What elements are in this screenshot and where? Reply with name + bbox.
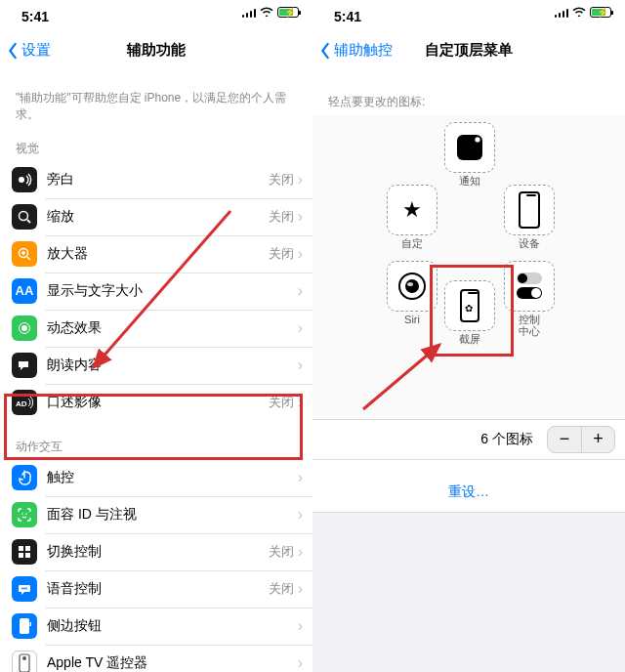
svg-rect-11 xyxy=(25,553,30,558)
row-side-button[interactable]: 侧边按钮 › xyxy=(0,608,312,645)
chevron-right-icon: › xyxy=(298,282,303,300)
back-button[interactable]: 辅助触控 xyxy=(312,41,393,60)
grid-label: Siri xyxy=(387,314,438,325)
svg-point-3 xyxy=(21,325,27,331)
grid-item-siri[interactable]: Siri xyxy=(387,261,438,325)
chevron-right-icon: › xyxy=(298,357,303,374)
svg-rect-15 xyxy=(20,618,29,634)
stepper-plus[interactable]: + xyxy=(581,427,614,452)
icon-count-label: 6 个图标 xyxy=(480,431,533,448)
wifi-icon xyxy=(572,6,586,19)
row-value: 关闭 xyxy=(269,580,294,598)
status-time: 5:41 xyxy=(21,9,49,24)
signal-icon xyxy=(242,8,257,18)
svg-rect-10 xyxy=(19,553,23,558)
status-icons: ⚡ xyxy=(555,6,612,19)
row-label: 面容 ID 与注视 xyxy=(47,506,298,524)
svg-rect-16 xyxy=(30,622,32,626)
chevron-right-icon: › xyxy=(298,506,303,524)
row-speech[interactable]: 朗读内容 › xyxy=(0,347,312,384)
grid-item-custom[interactable]: ★ 自定 xyxy=(387,185,438,249)
icon-count-row: 6 个图标 − + xyxy=(312,419,625,460)
grid-label: 自定 xyxy=(387,237,438,249)
row-value: 关闭 xyxy=(269,543,294,561)
row-faceid[interactable]: 面容 ID 与注视 › xyxy=(0,496,312,533)
chevron-right-icon: › xyxy=(298,319,303,337)
nav-bar: 设置 辅助功能 xyxy=(0,33,312,68)
svg-point-31 xyxy=(407,282,413,286)
row-value: 关闭 xyxy=(269,394,294,411)
zoom-icon xyxy=(12,204,37,230)
chevron-right-icon: › xyxy=(298,543,303,561)
voiceover-icon xyxy=(12,167,37,192)
grid-label: 控制 中心 xyxy=(504,314,555,337)
appletv-icon xyxy=(12,651,37,672)
row-display-text[interactable]: AA 显示与文字大小 › xyxy=(0,273,312,310)
back-label: 辅助触控 xyxy=(334,41,393,60)
row-label: 切换控制 xyxy=(47,543,269,561)
chevron-right-icon: › xyxy=(298,171,303,189)
row-label: 放大器 xyxy=(47,245,269,263)
chevron-right-icon: › xyxy=(298,394,303,411)
svg-point-7 xyxy=(25,513,27,515)
row-voice-control[interactable]: 语音控制 关闭 › xyxy=(0,570,312,608)
svg-rect-9 xyxy=(25,546,30,551)
grid-item-device[interactable]: 设备 xyxy=(504,185,555,249)
chevron-right-icon: › xyxy=(298,469,303,486)
motion-icon xyxy=(12,315,37,341)
page-description: "辅助功能"可帮助您自定 iPhone，以满足您的个人需求。 xyxy=(0,68,312,129)
svg-point-13 xyxy=(23,587,25,589)
row-voiceover[interactable]: 旁白 关闭 › xyxy=(0,161,312,198)
grid-label: 设备 xyxy=(504,237,555,249)
status-bar: 5:41 ⚡ xyxy=(0,0,312,33)
svg-text:AD: AD xyxy=(16,399,27,408)
row-audio-desc[interactable]: AD 口述影像 关闭 › xyxy=(0,384,312,421)
row-label: 触控 xyxy=(47,469,298,486)
svg-point-6 xyxy=(21,513,23,515)
back-button[interactable]: 设置 xyxy=(0,41,51,60)
row-value: 关闭 xyxy=(269,171,294,189)
chevron-right-icon: › xyxy=(298,580,303,598)
grid-label: 截屏 xyxy=(444,333,495,345)
svg-point-14 xyxy=(25,587,27,589)
side-button-icon xyxy=(12,613,37,639)
stepper-minus[interactable]: − xyxy=(548,427,581,452)
row-label: 动态效果 xyxy=(47,319,298,337)
icon-count-stepper[interactable]: − + xyxy=(547,426,615,453)
row-switch-control[interactable]: 切换控制 关闭 › xyxy=(0,533,312,570)
grid-item-screenshot[interactable]: ✿ 截屏 xyxy=(444,280,495,345)
svg-rect-8 xyxy=(19,546,23,551)
magnifier-icon xyxy=(12,241,37,267)
row-label: 朗读内容 xyxy=(47,357,298,374)
row-appletv-remote[interactable]: Apple TV 遥控器 › xyxy=(0,645,312,672)
chevron-right-icon: › xyxy=(298,654,303,672)
group-header-interaction: 动作交互 xyxy=(0,427,312,459)
grid-item-notification[interactable]: 通知 xyxy=(444,122,495,187)
svg-point-28 xyxy=(475,137,480,143)
svg-point-1 xyxy=(20,211,28,220)
chevron-right-icon: › xyxy=(298,617,303,635)
audio-desc-icon: AD xyxy=(12,390,37,415)
nav-bar: 辅助触控 自定顶层菜单 xyxy=(312,33,625,68)
touch-icon xyxy=(12,465,37,490)
row-motion[interactable]: 动态效果 › xyxy=(0,310,312,347)
row-value: 关闭 xyxy=(269,245,294,263)
status-time: 5:41 xyxy=(334,9,361,24)
grid-hint: 轻点要更改的图标: xyxy=(312,68,625,116)
row-label: 口述影像 xyxy=(47,394,269,411)
faceid-icon xyxy=(12,502,37,527)
speech-icon xyxy=(12,353,37,378)
row-touch[interactable]: 触控 › xyxy=(0,459,312,496)
row-magnifier[interactable]: 放大器 关闭 › xyxy=(0,235,312,273)
status-bar: 5:41 ⚡ xyxy=(312,0,625,33)
status-icons: ⚡ xyxy=(242,6,300,19)
reset-button[interactable]: 重设… xyxy=(312,474,625,513)
group-header-vision: 视觉 xyxy=(0,129,312,161)
svg-point-12 xyxy=(21,587,23,589)
voice-control-icon xyxy=(12,576,37,602)
chevron-right-icon: › xyxy=(298,245,303,263)
row-zoom[interactable]: 缩放 关闭 › xyxy=(0,198,312,235)
battery-icon: ⚡ xyxy=(277,7,299,18)
svg-point-18 xyxy=(22,656,26,660)
grid-item-control-center[interactable]: 控制 中心 xyxy=(504,261,555,337)
